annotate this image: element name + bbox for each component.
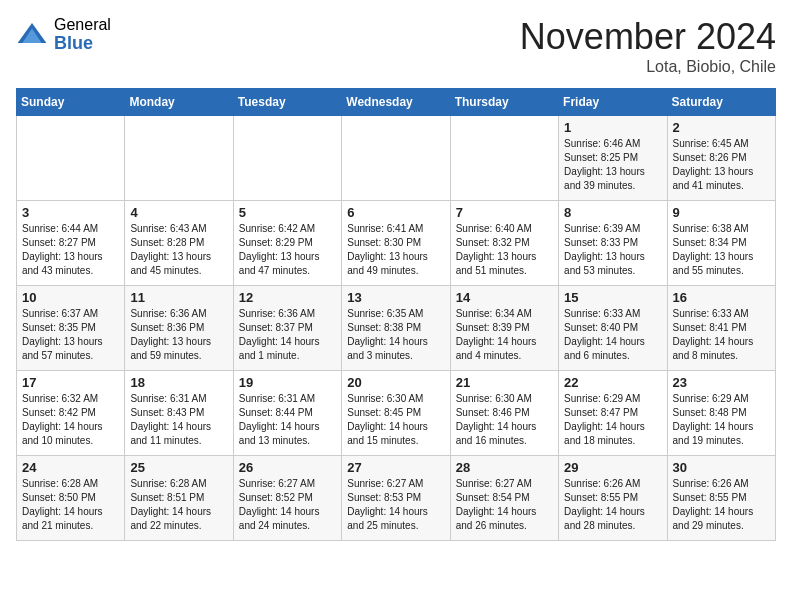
- day-number: 20: [347, 375, 444, 390]
- cell-info: Sunrise: 6:35 AM Sunset: 8:38 PM Dayligh…: [347, 307, 444, 363]
- day-number: 15: [564, 290, 661, 305]
- location: Lota, Biobio, Chile: [520, 58, 776, 76]
- cell-info: Sunrise: 6:26 AM Sunset: 8:55 PM Dayligh…: [673, 477, 770, 533]
- calendar-cell: [125, 116, 233, 201]
- calendar-cell: 17Sunrise: 6:32 AM Sunset: 8:42 PM Dayli…: [17, 371, 125, 456]
- cell-info: Sunrise: 6:27 AM Sunset: 8:53 PM Dayligh…: [347, 477, 444, 533]
- calendar-week-4: 17Sunrise: 6:32 AM Sunset: 8:42 PM Dayli…: [17, 371, 776, 456]
- header-tuesday: Tuesday: [233, 89, 341, 116]
- day-number: 28: [456, 460, 553, 475]
- cell-info: Sunrise: 6:46 AM Sunset: 8:25 PM Dayligh…: [564, 137, 661, 193]
- day-number: 22: [564, 375, 661, 390]
- cell-info: Sunrise: 6:30 AM Sunset: 8:45 PM Dayligh…: [347, 392, 444, 448]
- calendar-cell: [342, 116, 450, 201]
- calendar-week-1: 1Sunrise: 6:46 AM Sunset: 8:25 PM Daylig…: [17, 116, 776, 201]
- logo-blue: Blue: [54, 34, 111, 54]
- page-header: General Blue November 2024 Lota, Biobio,…: [16, 16, 776, 76]
- calendar-cell: 7Sunrise: 6:40 AM Sunset: 8:32 PM Daylig…: [450, 201, 558, 286]
- day-number: 1: [564, 120, 661, 135]
- cell-info: Sunrise: 6:27 AM Sunset: 8:52 PM Dayligh…: [239, 477, 336, 533]
- cell-info: Sunrise: 6:36 AM Sunset: 8:36 PM Dayligh…: [130, 307, 227, 363]
- day-number: 26: [239, 460, 336, 475]
- day-number: 6: [347, 205, 444, 220]
- calendar-cell: 12Sunrise: 6:36 AM Sunset: 8:37 PM Dayli…: [233, 286, 341, 371]
- month-title: November 2024: [520, 16, 776, 58]
- calendar-cell: 13Sunrise: 6:35 AM Sunset: 8:38 PM Dayli…: [342, 286, 450, 371]
- calendar-cell: [450, 116, 558, 201]
- title-block: November 2024 Lota, Biobio, Chile: [520, 16, 776, 76]
- calendar-cell: 28Sunrise: 6:27 AM Sunset: 8:54 PM Dayli…: [450, 456, 558, 541]
- calendar-cell: 27Sunrise: 6:27 AM Sunset: 8:53 PM Dayli…: [342, 456, 450, 541]
- cell-info: Sunrise: 6:27 AM Sunset: 8:54 PM Dayligh…: [456, 477, 553, 533]
- calendar-cell: 30Sunrise: 6:26 AM Sunset: 8:55 PM Dayli…: [667, 456, 775, 541]
- calendar-cell: 6Sunrise: 6:41 AM Sunset: 8:30 PM Daylig…: [342, 201, 450, 286]
- logo-text: General Blue: [54, 16, 111, 53]
- day-number: 11: [130, 290, 227, 305]
- cell-info: Sunrise: 6:39 AM Sunset: 8:33 PM Dayligh…: [564, 222, 661, 278]
- cell-info: Sunrise: 6:36 AM Sunset: 8:37 PM Dayligh…: [239, 307, 336, 363]
- day-number: 27: [347, 460, 444, 475]
- header-wednesday: Wednesday: [342, 89, 450, 116]
- calendar-cell: 15Sunrise: 6:33 AM Sunset: 8:40 PM Dayli…: [559, 286, 667, 371]
- day-number: 2: [673, 120, 770, 135]
- cell-info: Sunrise: 6:40 AM Sunset: 8:32 PM Dayligh…: [456, 222, 553, 278]
- day-number: 30: [673, 460, 770, 475]
- calendar-cell: 1Sunrise: 6:46 AM Sunset: 8:25 PM Daylig…: [559, 116, 667, 201]
- cell-info: Sunrise: 6:29 AM Sunset: 8:47 PM Dayligh…: [564, 392, 661, 448]
- calendar-cell: 26Sunrise: 6:27 AM Sunset: 8:52 PM Dayli…: [233, 456, 341, 541]
- day-number: 21: [456, 375, 553, 390]
- cell-info: Sunrise: 6:37 AM Sunset: 8:35 PM Dayligh…: [22, 307, 119, 363]
- cell-info: Sunrise: 6:29 AM Sunset: 8:48 PM Dayligh…: [673, 392, 770, 448]
- day-number: 7: [456, 205, 553, 220]
- cell-info: Sunrise: 6:30 AM Sunset: 8:46 PM Dayligh…: [456, 392, 553, 448]
- cell-info: Sunrise: 6:43 AM Sunset: 8:28 PM Dayligh…: [130, 222, 227, 278]
- cell-info: Sunrise: 6:26 AM Sunset: 8:55 PM Dayligh…: [564, 477, 661, 533]
- day-number: 10: [22, 290, 119, 305]
- cell-info: Sunrise: 6:33 AM Sunset: 8:40 PM Dayligh…: [564, 307, 661, 363]
- cell-info: Sunrise: 6:38 AM Sunset: 8:34 PM Dayligh…: [673, 222, 770, 278]
- calendar-cell: [17, 116, 125, 201]
- header-sunday: Sunday: [17, 89, 125, 116]
- calendar-cell: 14Sunrise: 6:34 AM Sunset: 8:39 PM Dayli…: [450, 286, 558, 371]
- cell-info: Sunrise: 6:44 AM Sunset: 8:27 PM Dayligh…: [22, 222, 119, 278]
- day-number: 8: [564, 205, 661, 220]
- calendar-table: Sunday Monday Tuesday Wednesday Thursday…: [16, 88, 776, 541]
- calendar-cell: 19Sunrise: 6:31 AM Sunset: 8:44 PM Dayli…: [233, 371, 341, 456]
- cell-info: Sunrise: 6:31 AM Sunset: 8:43 PM Dayligh…: [130, 392, 227, 448]
- day-number: 14: [456, 290, 553, 305]
- day-number: 29: [564, 460, 661, 475]
- day-number: 16: [673, 290, 770, 305]
- calendar-cell: 8Sunrise: 6:39 AM Sunset: 8:33 PM Daylig…: [559, 201, 667, 286]
- day-number: 5: [239, 205, 336, 220]
- calendar-cell: 21Sunrise: 6:30 AM Sunset: 8:46 PM Dayli…: [450, 371, 558, 456]
- calendar-cell: 18Sunrise: 6:31 AM Sunset: 8:43 PM Dayli…: [125, 371, 233, 456]
- calendar-cell: 4Sunrise: 6:43 AM Sunset: 8:28 PM Daylig…: [125, 201, 233, 286]
- weekday-row: Sunday Monday Tuesday Wednesday Thursday…: [17, 89, 776, 116]
- header-monday: Monday: [125, 89, 233, 116]
- calendar-cell: [233, 116, 341, 201]
- calendar-cell: 23Sunrise: 6:29 AM Sunset: 8:48 PM Dayli…: [667, 371, 775, 456]
- cell-info: Sunrise: 6:31 AM Sunset: 8:44 PM Dayligh…: [239, 392, 336, 448]
- logo-icon: [16, 19, 48, 51]
- cell-info: Sunrise: 6:33 AM Sunset: 8:41 PM Dayligh…: [673, 307, 770, 363]
- day-number: 23: [673, 375, 770, 390]
- day-number: 19: [239, 375, 336, 390]
- day-number: 9: [673, 205, 770, 220]
- day-number: 24: [22, 460, 119, 475]
- cell-info: Sunrise: 6:28 AM Sunset: 8:51 PM Dayligh…: [130, 477, 227, 533]
- calendar-cell: 20Sunrise: 6:30 AM Sunset: 8:45 PM Dayli…: [342, 371, 450, 456]
- cell-info: Sunrise: 6:42 AM Sunset: 8:29 PM Dayligh…: [239, 222, 336, 278]
- calendar-cell: 3Sunrise: 6:44 AM Sunset: 8:27 PM Daylig…: [17, 201, 125, 286]
- calendar-cell: 9Sunrise: 6:38 AM Sunset: 8:34 PM Daylig…: [667, 201, 775, 286]
- calendar-cell: 16Sunrise: 6:33 AM Sunset: 8:41 PM Dayli…: [667, 286, 775, 371]
- calendar-week-3: 10Sunrise: 6:37 AM Sunset: 8:35 PM Dayli…: [17, 286, 776, 371]
- cell-info: Sunrise: 6:34 AM Sunset: 8:39 PM Dayligh…: [456, 307, 553, 363]
- day-number: 12: [239, 290, 336, 305]
- calendar-cell: 5Sunrise: 6:42 AM Sunset: 8:29 PM Daylig…: [233, 201, 341, 286]
- calendar-week-2: 3Sunrise: 6:44 AM Sunset: 8:27 PM Daylig…: [17, 201, 776, 286]
- calendar-header: Sunday Monday Tuesday Wednesday Thursday…: [17, 89, 776, 116]
- day-number: 4: [130, 205, 227, 220]
- header-friday: Friday: [559, 89, 667, 116]
- calendar-body: 1Sunrise: 6:46 AM Sunset: 8:25 PM Daylig…: [17, 116, 776, 541]
- day-number: 25: [130, 460, 227, 475]
